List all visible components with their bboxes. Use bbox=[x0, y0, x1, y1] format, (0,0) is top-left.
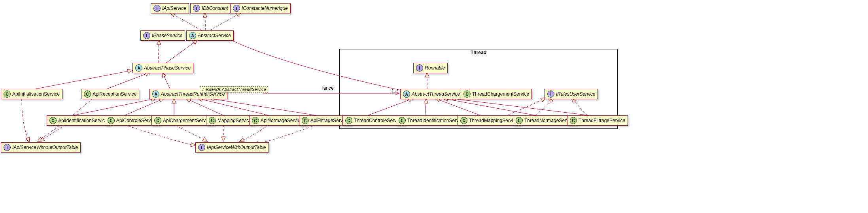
class-label: Runnable bbox=[425, 65, 445, 71]
class-label: AbstractPhaseService bbox=[144, 65, 191, 71]
class-label: ApiNormageService bbox=[261, 118, 303, 123]
interface-icon: I bbox=[547, 90, 554, 98]
class-icon: C bbox=[4, 90, 11, 98]
class-label: IApiServiceWithOutputTable bbox=[207, 145, 266, 150]
class-abstractservice: A AbstractService bbox=[186, 30, 234, 41]
svg-line-10 bbox=[125, 98, 164, 115]
class-label: ApiChargementService bbox=[163, 118, 212, 123]
class-icon: C bbox=[154, 117, 161, 124]
uml-diagram: I IApiService I IDbConstant I IConstante… bbox=[0, 0, 868, 213]
class-label: AbstractThreadService bbox=[412, 91, 460, 97]
assoc-label-lance: lance bbox=[322, 85, 334, 91]
class-irulesuserservice: I IRulesUserService bbox=[545, 89, 598, 99]
class-icon: C bbox=[516, 117, 523, 124]
svg-line-13 bbox=[198, 98, 269, 115]
class-label: IApiService bbox=[162, 6, 186, 11]
assoc-mult: 1..* bbox=[391, 89, 398, 93]
interface-icon: I bbox=[153, 5, 161, 12]
svg-line-2 bbox=[210, 13, 241, 30]
svg-line-7 bbox=[107, 72, 150, 89]
class-icon: C bbox=[84, 90, 91, 98]
abstract-icon: A bbox=[135, 64, 142, 72]
class-label: ThreadControleService bbox=[354, 118, 403, 123]
thread-package-title: Thread bbox=[471, 47, 486, 55]
interface-icon: I bbox=[193, 5, 200, 12]
class-icon: C bbox=[252, 117, 259, 124]
interface-icon: I bbox=[233, 5, 240, 12]
class-apiidentificationservice: C ApiIdentificationService bbox=[47, 115, 110, 126]
class-label: IPhaseService bbox=[152, 33, 182, 38]
class-apiinitialisationservice: C ApiInitialisationService bbox=[1, 89, 62, 99]
interface-icon: I bbox=[416, 64, 423, 72]
class-iconstantenumerique: I IConstanteNumerique bbox=[230, 3, 291, 13]
class-icon: C bbox=[209, 117, 216, 124]
abstract-icon: A bbox=[403, 90, 410, 98]
class-abstractthreadservice: A AbstractThreadService bbox=[400, 89, 463, 99]
class-label: ApiInitialisationService bbox=[12, 91, 60, 97]
class-icon: C bbox=[570, 117, 577, 124]
generic-param: T extends AbstractThreadService bbox=[200, 86, 268, 92]
class-label: ApiControleService bbox=[116, 118, 157, 123]
svg-line-8 bbox=[162, 72, 170, 89]
class-mappingservice: C MappingService bbox=[206, 115, 254, 126]
class-label: IApiServiceWithoutOutputTable bbox=[12, 145, 78, 150]
class-label: IConstanteNumerique bbox=[242, 6, 288, 11]
class-label: AbstractService bbox=[198, 33, 231, 38]
svg-line-3 bbox=[158, 40, 159, 63]
class-iphaseservice: I IPhaseService bbox=[140, 30, 185, 41]
abstract-icon: A bbox=[152, 90, 159, 98]
class-threadchargementservice: C ThreadChargementService bbox=[461, 89, 532, 99]
class-label: ThreadIdentificationService bbox=[407, 118, 465, 123]
class-abstractphaseservice: A AbstractPhaseService bbox=[132, 63, 193, 73]
class-icon: C bbox=[302, 117, 309, 124]
svg-line-6 bbox=[36, 70, 132, 89]
interface-icon: I bbox=[4, 144, 11, 151]
interface-icon: I bbox=[198, 144, 205, 151]
class-iapiservicewithoutputtable: I IApiServiceWithOutputTable bbox=[195, 142, 269, 153]
svg-line-5 bbox=[166, 40, 198, 63]
class-label: IRulesUserService bbox=[556, 91, 595, 97]
class-label: MappingService bbox=[217, 118, 252, 123]
class-apichargementservice: C ApiChargementService bbox=[151, 115, 214, 126]
class-icon: C bbox=[345, 117, 352, 124]
class-iapiservice: I IApiService bbox=[151, 3, 189, 13]
class-apinormageservice: C ApiNormageService bbox=[249, 115, 306, 126]
class-label: IDbConstant bbox=[202, 6, 228, 11]
svg-line-9 bbox=[73, 98, 156, 115]
class-idbconstant: I IDbConstant bbox=[190, 3, 231, 13]
class-runnable: I Runnable bbox=[413, 63, 448, 73]
svg-line-1 bbox=[205, 13, 206, 30]
class-threadfiltrageservice: C ThreadFiltrageService bbox=[567, 115, 628, 126]
class-icon: C bbox=[108, 117, 115, 124]
class-icon: C bbox=[399, 117, 406, 124]
class-threadidentificationservice: C ThreadIdentificationService bbox=[396, 115, 467, 126]
class-label: ThreadMappingService bbox=[469, 118, 518, 123]
svg-line-14 bbox=[210, 98, 316, 115]
class-icon: C bbox=[463, 90, 471, 98]
svg-line-12 bbox=[186, 98, 223, 115]
class-iapiservicewithoutoutputtable: I IApiServiceWithoutOutputTable bbox=[1, 142, 81, 153]
svg-line-0 bbox=[170, 13, 202, 30]
class-label: ApiIdentificationService bbox=[58, 118, 108, 123]
abstract-icon: A bbox=[189, 32, 196, 39]
class-label: ThreadChargementService bbox=[472, 91, 529, 97]
class-apireceptionservice: C ApiReceptionService bbox=[81, 89, 139, 99]
class-label: ApiReceptionService bbox=[93, 91, 136, 97]
class-icon: C bbox=[460, 117, 467, 124]
class-threadmappingservice: C ThreadMappingService bbox=[458, 115, 521, 126]
class-label: ThreadFiltrageService bbox=[579, 118, 625, 123]
interface-icon: I bbox=[143, 32, 150, 39]
class-icon: C bbox=[49, 117, 57, 124]
